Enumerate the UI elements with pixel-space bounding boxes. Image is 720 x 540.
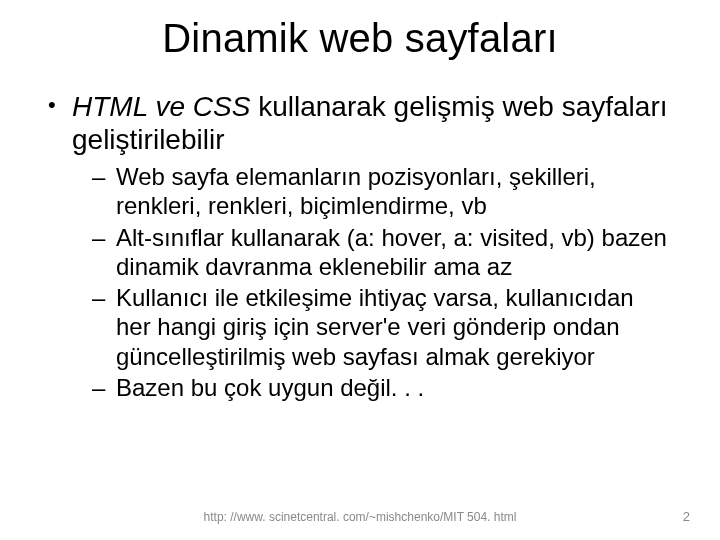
- bullet-emph: HTML ve CSS: [72, 91, 250, 122]
- slide-title: Dinamik web sayfaları: [0, 16, 720, 61]
- sub-bullet-item: Alt-sınıflar kullanarak (a: hover, a: vi…: [90, 223, 674, 282]
- bullet-list-level1: HTML ve CSS kullanarak gelişmiş web sayf…: [46, 90, 674, 402]
- footer-url: http: //www. scinetcentral. com/~mishche…: [0, 510, 720, 524]
- page-number: 2: [683, 509, 690, 524]
- sub-bullet-item: Kullanıcı ile etkileşime ihtiyaç varsa, …: [90, 283, 674, 371]
- slide-body: HTML ve CSS kullanarak gelişmiş web sayf…: [46, 90, 674, 412]
- sub-bullet-item: Web sayfa elemanların pozisyonları, şeki…: [90, 162, 674, 221]
- sub-bullet-item: Bazen bu çok uygun değil. . .: [90, 373, 674, 402]
- bullet-item: HTML ve CSS kullanarak gelişmiş web sayf…: [46, 90, 674, 402]
- slide: Dinamik web sayfaları HTML ve CSS kullan…: [0, 0, 720, 540]
- bullet-list-level2: Web sayfa elemanların pozisyonları, şeki…: [72, 162, 674, 402]
